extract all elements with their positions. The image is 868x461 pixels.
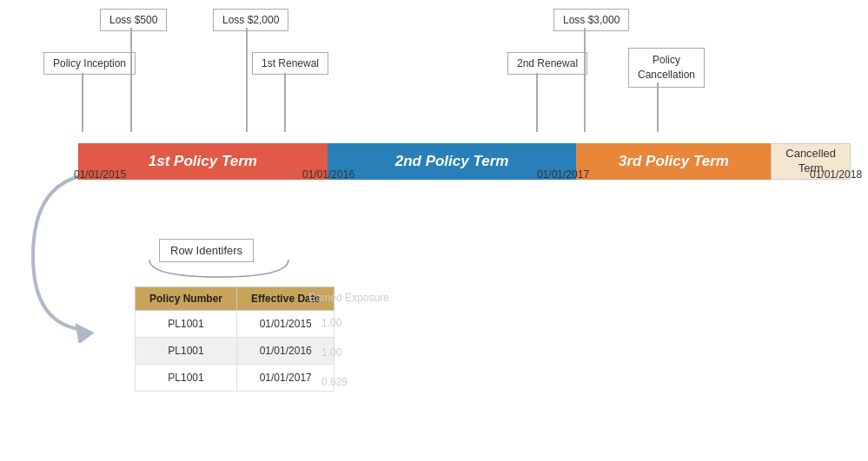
date-2018: 01/01/2018	[810, 168, 862, 181]
policy-cancellation-label: PolicyCancellation	[628, 48, 705, 88]
effective-date-3: 01/01/2017	[237, 365, 335, 392]
loss-500-label: Loss $500	[100, 9, 167, 31]
policy-number-1: PL1001	[136, 311, 237, 338]
earned-value-3: 0.629	[321, 376, 348, 388]
policy-inception-label: Policy Inception	[43, 52, 136, 75]
first-renewal-label: 1st Renewal	[252, 52, 328, 75]
effective-date-2: 01/01/2016	[237, 338, 335, 365]
table-row: PL1001 01/01/2015	[136, 311, 335, 338]
date-2017: 01/01/2017	[537, 168, 589, 181]
table-row: PL1001 01/01/2016	[136, 338, 335, 365]
table-row: PL1001 01/01/2017	[136, 365, 335, 392]
earned-value-1: 1.00	[321, 317, 341, 329]
arrow-container	[16, 169, 137, 346]
second-renewal-label: 2nd Renewal	[507, 52, 587, 75]
effective-date-1: 01/01/2015	[237, 311, 335, 338]
loss-3000-label: Loss $3,000	[553, 9, 629, 31]
col-header-policy-number: Policy Number	[136, 287, 237, 311]
connector-loss2000	[246, 28, 248, 132]
connector-renewal1	[284, 73, 286, 132]
connector-inception	[82, 73, 83, 132]
connector-loss3000	[584, 28, 586, 132]
date-aug-2017: 08/15/2017	[683, 168, 735, 181]
earned-exposure-label: Earned Exposure	[308, 292, 389, 304]
data-table: Policy Number Effective Date PL1001 01/0…	[135, 286, 335, 392]
third-policy-term-bar: 3rd Policy Term	[576, 143, 771, 180]
date-2015: 01/01/2015	[74, 168, 126, 181]
connector-cancellation	[657, 82, 659, 132]
connector-loss500	[130, 28, 132, 132]
loss-2000-label: Loss $2,000	[213, 9, 288, 31]
svg-marker-0	[75, 319, 96, 343]
policy-number-2: PL1001	[136, 338, 237, 365]
date-2016: 01/01/2016	[302, 168, 354, 181]
earned-value-2: 1.00	[321, 346, 341, 359]
diagram-container: Loss $500 Loss $2,000 Loss $3,000 Policy…	[0, 0, 868, 461]
brace-svg	[141, 255, 297, 281]
policy-number-3: PL1001	[136, 365, 237, 392]
connector-renewal2	[536, 73, 538, 132]
